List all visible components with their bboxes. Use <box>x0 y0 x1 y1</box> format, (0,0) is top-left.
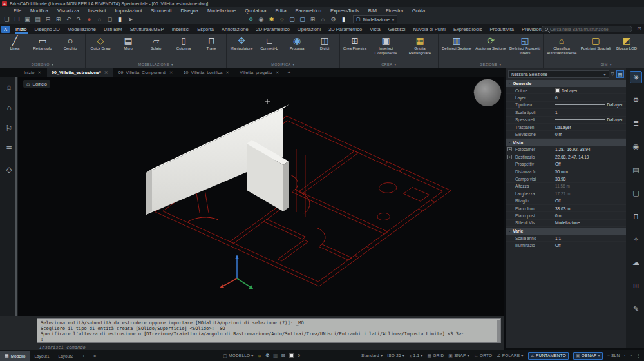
rettangolo-button[interactable]: ▭Rettangolo <box>29 34 56 51</box>
redline-icon[interactable]: ● <box>85 14 93 24</box>
doc-tab-09-villetta-componenti[interactable]: 09_Villetta_Componenti✕ <box>114 68 178 77</box>
view-box2-icon[interactable]: ▢ <box>298 14 307 24</box>
plot-icon[interactable]: ⊞ <box>54 14 62 24</box>
classifica-automaticamente-button[interactable]: ⌂Classifica Automaticamente <box>545 34 578 55</box>
tab-annotazione[interactable]: Annotazione <box>218 25 252 34</box>
tab-2d-parametrico[interactable]: 2D Parametrico <box>252 25 294 34</box>
trave-button[interactable]: ⊓Trave <box>198 34 225 51</box>
tab-modellazione[interactable]: Modellazione <box>64 25 100 34</box>
structure-browser-icon[interactable]: ≣ <box>3 144 15 153</box>
filter-icon[interactable]: ▽ <box>611 72 614 77</box>
save-all-icon[interactable]: ▤ <box>33 14 42 24</box>
status-toggle-puntamento[interactable]: ∠PUNTAMENTO <box>528 352 569 360</box>
menu-item-guida[interactable]: Guida <box>408 7 430 14</box>
selection-dropdown[interactable]: Nessuna Selezione ▾ <box>508 70 609 78</box>
menu-item-quotatura[interactable]: Quotatura <box>240 7 270 14</box>
menu-item-modifica[interactable]: Modifica <box>26 7 53 14</box>
menu-item-modellazione[interactable]: Modellazione <box>203 7 240 14</box>
posizioni-spaziali-button[interactable]: ▢Posizioni Spaziali <box>579 34 612 51</box>
status-toggle-orto[interactable]: ∟ORTO <box>474 353 492 358</box>
inserisci-componente-button[interactable]: ▣Inserisci Componente <box>369 34 402 55</box>
tab-nuvola-di-punti[interactable]: Nuvola di Punti <box>409 25 449 34</box>
properties-panel-icon[interactable]: ✳ <box>630 71 642 83</box>
menu-item-expresstools[interactable]: ExpressTools <box>326 7 364 14</box>
quick-select-button[interactable]: ▤ <box>616 70 624 78</box>
menu-item-impostazioni[interactable]: Impostazioni <box>110 7 146 14</box>
solaio-button[interactable]: ▱Solaio <box>142 34 169 51</box>
layout-menu-icon[interactable]: ≡ <box>89 351 100 361</box>
layer-color-swatch[interactable] <box>289 353 294 358</box>
assistant-icon[interactable]: ⚐ <box>3 124 15 133</box>
layout-tab-layout1[interactable]: Layout1 <box>30 351 53 361</box>
tab-produttivit[interactable]: Produttività <box>486 25 518 34</box>
command-scrollbar[interactable] <box>497 320 500 342</box>
select-tools-icon[interactable]: ✥ <box>247 14 255 24</box>
gear-icon[interactable]: ⚙ <box>265 353 270 358</box>
manipolatore-button[interactable]: ✥Manipolatore <box>228 34 255 51</box>
lod-button[interactable]: ◪LOD <box>641 34 644 51</box>
table-icon[interactable]: ⊞ <box>308 14 317 24</box>
tab-inserisci[interactable]: Inserisci <box>168 25 194 34</box>
propaga-button[interactable]: ◉Propaga <box>283 34 310 51</box>
doc-tab-villetta-progetto[interactable]: Villetta_progetto✕ <box>235 68 283 77</box>
section-header-vista[interactable]: ▪Vista <box>506 139 626 146</box>
home-icon[interactable]: ⌂ <box>3 103 15 112</box>
printer-icon[interactable]: ⊟ <box>281 353 286 358</box>
sheets-panel-icon[interactable]: ⊞ <box>630 280 642 292</box>
cerchio-button[interactable]: ○Cerchio <box>57 34 84 51</box>
ribbon-group-label[interactable]: SEZIONE▾ <box>440 61 542 68</box>
ribbon-search[interactable] <box>541 26 632 32</box>
report-panel-icon[interactable]: ✎ <box>630 303 642 315</box>
tips-icon[interactable]: ☼ <box>3 83 15 92</box>
new-tab-button[interactable]: + <box>285 70 294 75</box>
redo-icon[interactable]: ↷ <box>75 14 83 24</box>
menu-item-visualizza[interactable]: Visualizza <box>53 7 84 14</box>
definisci-sezione-button[interactable]: ▥Definisci Sezione <box>440 34 473 51</box>
render-sphere-icon[interactable]: ◌ <box>95 14 104 24</box>
tab-disegno-2d[interactable]: Disegno 2D <box>31 25 64 34</box>
command-input[interactable]: Inserisci comando <box>37 345 86 350</box>
ribbon-group-label[interactable]: MODELLAZIONE▾ <box>87 61 225 68</box>
ribbon-pin-icon[interactable]: ⊡ <box>637 26 641 32</box>
dividi-button[interactable]: ◫Dividi <box>311 34 338 51</box>
menu-item-edita[interactable]: Edita <box>271 7 291 14</box>
menu-item-disegna[interactable]: Disegna <box>176 7 203 14</box>
aggiorna-sezione-button[interactable]: ⟳Aggiorna Sezione <box>474 34 507 51</box>
expand-icon[interactable]: + <box>507 155 512 159</box>
materials-panel-icon[interactable]: ▤ <box>630 164 642 176</box>
menu-item-file[interactable]: File <box>9 7 26 14</box>
color-swatch-icon[interactable]: ▮ <box>116 14 124 24</box>
status-toggle-standard[interactable]: Standard▾ <box>361 353 383 358</box>
new-file-icon[interactable]: ❏ <box>3 14 11 24</box>
settings-gear-icon[interactable]: ⚙ <box>329 14 337 24</box>
structure-panel-icon[interactable]: ⊓ <box>630 210 642 222</box>
undo-icon[interactable]: ↶ <box>64 14 73 24</box>
tab-3d-parametrico[interactable]: 3D Parametrico <box>325 25 366 34</box>
save-icon[interactable]: ▣ <box>23 14 32 24</box>
ribbon-group-label[interactable]: CREA▾ <box>341 61 437 68</box>
tab-strutturale-mep[interactable]: Strutturale/MEP <box>126 25 168 34</box>
status-overflow-icon[interactable]: ⋮ <box>636 353 641 358</box>
status-nav-left-icon[interactable]: ‹ <box>624 353 625 358</box>
home-view-icon[interactable]: ⌂ <box>319 14 327 24</box>
definisci-prospetti-interni-button[interactable]: ◱Definisci Prospetti Interni <box>508 34 542 55</box>
status-toggle-sln[interactable]: ≡SLN <box>607 353 620 358</box>
connetti-l-button[interactable]: ∟Connetti-L <box>256 34 283 51</box>
layout-tab-modello[interactable]: ▦Modello <box>0 351 30 361</box>
quick-draw-button[interactable]: ◇Quick Draw <box>87 34 114 51</box>
breadcrumb[interactable]: ⌂ Edificio <box>23 80 50 88</box>
status-toggle-polare[interactable]: ∠POLARE▾ <box>497 353 523 358</box>
status-toggle-1-1[interactable]: ⚹1:1▾ <box>409 353 422 358</box>
colonna-button[interactable]: ▯Colonna <box>170 34 197 51</box>
blocco-lod-button[interactable]: ◩Blocco LOD <box>613 34 640 51</box>
ribbon-group-label[interactable]: BIM▾ <box>545 61 644 68</box>
print-icon[interactable]: ⊟ <box>44 14 52 24</box>
menu-item-finestra[interactable]: Finestra <box>381 7 408 14</box>
ribbon-group-label[interactable]: MODIFICA▾ <box>228 61 338 68</box>
space-selector[interactable]: ▢ MODELLO ▾ <box>223 353 253 358</box>
workspace-dropdown[interactable]: ▢Modellazione▾ <box>353 15 397 23</box>
open-file-icon[interactable]: ❐ <box>13 14 21 24</box>
tips-panel-icon[interactable]: ✧ <box>630 233 642 246</box>
grid-dim-icon[interactable]: ▦ <box>273 353 278 358</box>
erase-icon[interactable]: ◻ <box>106 14 114 24</box>
